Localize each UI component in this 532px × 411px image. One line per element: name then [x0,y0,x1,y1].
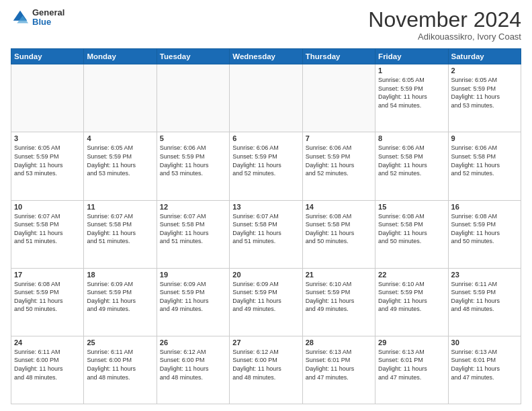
day-info: Sunrise: 6:07 AM Sunset: 5:58 PM Dayligh… [232,212,299,246]
calendar-cell: 8Sunrise: 6:06 AM Sunset: 5:58 PM Daylig… [375,132,448,200]
day-number: 29 [378,338,445,347]
day-number: 27 [232,338,299,347]
day-info: Sunrise: 6:06 AM Sunset: 5:58 PM Dayligh… [378,144,445,177]
day-info: Sunrise: 6:12 AM Sunset: 6:00 PM Dayligh… [160,348,226,381]
day-info: Sunrise: 6:08 AM Sunset: 5:59 PM Dayligh… [451,212,518,246]
day-info: Sunrise: 6:08 AM Sunset: 5:59 PM Dayligh… [14,280,81,314]
day-info: Sunrise: 6:13 AM Sunset: 6:01 PM Dayligh… [451,348,518,381]
calendar-cell: 12Sunrise: 6:07 AM Sunset: 5:58 PM Dayli… [157,200,229,268]
weekday-header-sunday: Sunday [11,49,84,64]
calendar-week-4: 17Sunrise: 6:08 AM Sunset: 5:59 PM Dayli… [11,268,521,336]
calendar-cell: 27Sunrise: 6:12 AM Sunset: 6:00 PM Dayli… [230,336,302,404]
day-info: Sunrise: 6:05 AM Sunset: 5:59 PM Dayligh… [14,144,81,177]
day-info: Sunrise: 6:07 AM Sunset: 5:58 PM Dayligh… [87,212,153,246]
calendar-cell: 26Sunrise: 6:12 AM Sunset: 6:00 PM Dayli… [157,336,229,404]
calendar-cell: 3Sunrise: 6:05 AM Sunset: 5:59 PM Daylig… [11,132,84,200]
day-number: 4 [87,134,153,142]
calendar-cell: 25Sunrise: 6:11 AM Sunset: 6:00 PM Dayli… [84,336,157,404]
day-number: 20 [232,271,299,279]
calendar-cell [157,64,229,132]
calendar-week-5: 24Sunrise: 6:11 AM Sunset: 6:00 PM Dayli… [11,336,521,404]
day-number: 14 [306,203,372,211]
calendar-cell: 22Sunrise: 6:10 AM Sunset: 5:59 PM Dayli… [375,268,448,336]
day-number: 21 [306,271,372,279]
calendar-cell: 5Sunrise: 6:06 AM Sunset: 5:59 PM Daylig… [157,132,229,200]
calendar-cell: 19Sunrise: 6:09 AM Sunset: 5:59 PM Dayli… [157,268,229,336]
day-number: 12 [160,203,226,211]
day-info: Sunrise: 6:09 AM Sunset: 5:59 PM Dayligh… [160,280,226,314]
location-subtitle: Adikouassikro, Ivory Coast [368,32,521,42]
day-info: Sunrise: 6:13 AM Sunset: 6:01 PM Dayligh… [378,348,445,381]
calendar-cell: 14Sunrise: 6:08 AM Sunset: 5:58 PM Dayli… [302,200,375,268]
day-info: Sunrise: 6:05 AM Sunset: 5:59 PM Dayligh… [378,76,445,109]
logo-blue-text: Blue [32,17,64,27]
weekday-header-saturday: Saturday [448,49,521,64]
weekday-header-monday: Monday [84,49,157,64]
calendar-cell [302,64,375,132]
day-info: Sunrise: 6:06 AM Sunset: 5:59 PM Dayligh… [160,144,226,177]
page: General Blue November 2024 Adikouassikro… [0,0,532,411]
calendar-cell: 18Sunrise: 6:09 AM Sunset: 5:59 PM Dayli… [84,268,157,336]
calendar-cell: 16Sunrise: 6:08 AM Sunset: 5:59 PM Dayli… [448,200,521,268]
calendar-cell: 1Sunrise: 6:05 AM Sunset: 5:59 PM Daylig… [375,64,448,132]
logo: General Blue [11,8,64,28]
day-number: 2 [451,66,518,75]
header: General Blue November 2024 Adikouassikro… [11,8,521,42]
day-number: 19 [160,271,226,279]
calendar-cell: 28Sunrise: 6:13 AM Sunset: 6:01 PM Dayli… [302,336,375,404]
day-info: Sunrise: 6:07 AM Sunset: 5:58 PM Dayligh… [160,212,226,246]
day-number: 10 [14,203,81,211]
day-info: Sunrise: 6:09 AM Sunset: 5:59 PM Dayligh… [232,280,299,314]
calendar-cell: 6Sunrise: 6:06 AM Sunset: 5:59 PM Daylig… [230,132,302,200]
calendar-cell: 9Sunrise: 6:06 AM Sunset: 5:58 PM Daylig… [448,132,521,200]
day-info: Sunrise: 6:06 AM Sunset: 5:59 PM Dayligh… [306,144,372,177]
day-number: 26 [160,338,226,347]
day-info: Sunrise: 6:10 AM Sunset: 5:59 PM Dayligh… [306,280,372,314]
calendar-cell: 23Sunrise: 6:11 AM Sunset: 5:59 PM Dayli… [448,268,521,336]
day-number: 28 [306,338,372,347]
day-info: Sunrise: 6:06 AM Sunset: 5:58 PM Dayligh… [451,144,518,177]
weekday-header-wednesday: Wednesday [230,49,302,64]
calendar-cell: 11Sunrise: 6:07 AM Sunset: 5:58 PM Dayli… [84,200,157,268]
calendar-cell [84,64,157,132]
day-number: 15 [378,203,445,211]
day-info: Sunrise: 6:08 AM Sunset: 5:58 PM Dayligh… [306,212,372,246]
calendar-cell [11,64,84,132]
calendar-header-row: SundayMondayTuesdayWednesdayThursdayFrid… [11,49,521,64]
day-number: 3 [14,134,81,142]
title-block: November 2024 Adikouassikro, Ivory Coast [368,8,521,42]
calendar-cell: 13Sunrise: 6:07 AM Sunset: 5:58 PM Dayli… [230,200,302,268]
calendar-cell: 10Sunrise: 6:07 AM Sunset: 5:58 PM Dayli… [11,200,84,268]
month-title: November 2024 [368,8,521,32]
day-number: 25 [87,338,153,347]
day-info: Sunrise: 6:07 AM Sunset: 5:58 PM Dayligh… [14,212,81,246]
day-number: 22 [378,271,445,279]
day-number: 16 [451,203,518,211]
weekday-header-thursday: Thursday [302,49,375,64]
day-number: 1 [378,66,445,75]
calendar-cell: 24Sunrise: 6:11 AM Sunset: 6:00 PM Dayli… [11,336,84,404]
weekday-header-friday: Friday [375,49,448,64]
calendar-cell: 15Sunrise: 6:08 AM Sunset: 5:58 PM Dayli… [375,200,448,268]
day-info: Sunrise: 6:11 AM Sunset: 6:00 PM Dayligh… [87,348,153,381]
calendar-cell: 30Sunrise: 6:13 AM Sunset: 6:01 PM Dayli… [448,336,521,404]
calendar-week-2: 3Sunrise: 6:05 AM Sunset: 5:59 PM Daylig… [11,132,521,200]
calendar-cell: 2Sunrise: 6:05 AM Sunset: 5:59 PM Daylig… [448,64,521,132]
day-number: 11 [87,203,153,211]
day-number: 18 [87,271,153,279]
calendar-cell: 17Sunrise: 6:08 AM Sunset: 5:59 PM Dayli… [11,268,84,336]
calendar-week-1: 1Sunrise: 6:05 AM Sunset: 5:59 PM Daylig… [11,64,521,132]
weekday-header-tuesday: Tuesday [157,49,229,64]
day-info: Sunrise: 6:08 AM Sunset: 5:58 PM Dayligh… [378,212,445,246]
calendar-cell: 7Sunrise: 6:06 AM Sunset: 5:59 PM Daylig… [302,132,375,200]
calendar-cell: 29Sunrise: 6:13 AM Sunset: 6:01 PM Dayli… [375,336,448,404]
day-number: 30 [451,338,518,347]
day-info: Sunrise: 6:12 AM Sunset: 6:00 PM Dayligh… [232,348,299,381]
day-info: Sunrise: 6:05 AM Sunset: 5:59 PM Dayligh… [87,144,153,177]
calendar-week-3: 10Sunrise: 6:07 AM Sunset: 5:58 PM Dayli… [11,200,521,268]
day-number: 24 [14,338,81,347]
day-info: Sunrise: 6:06 AM Sunset: 5:59 PM Dayligh… [232,144,299,177]
logo-icon [11,8,30,27]
day-number: 13 [232,203,299,211]
day-info: Sunrise: 6:11 AM Sunset: 6:00 PM Dayligh… [14,348,81,381]
